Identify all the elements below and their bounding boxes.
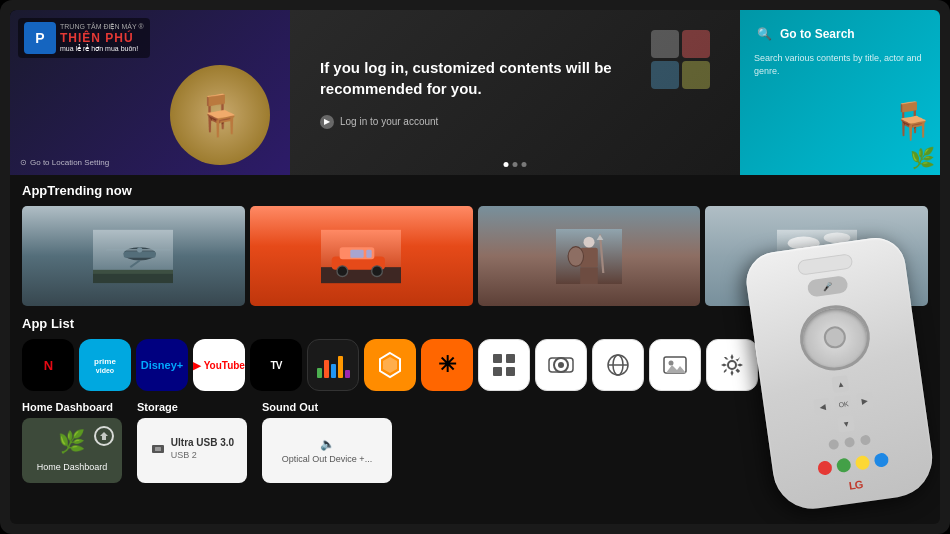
search-icon: 🔍 [754, 24, 774, 44]
remote-back-button[interactable] [828, 439, 839, 450]
usb-icon [150, 441, 166, 457]
appletv-label: TV [271, 360, 282, 371]
trending-img-warrior [478, 206, 701, 306]
svg-rect-22 [580, 267, 598, 284]
dot-2[interactable] [513, 162, 518, 167]
app-grid[interactable] [478, 339, 530, 391]
remote-blue-button[interactable] [873, 452, 889, 468]
app-globe[interactable] [592, 339, 644, 391]
logo-icon: P [24, 22, 56, 54]
svg-point-17 [583, 236, 594, 247]
app-camera[interactable] [535, 339, 587, 391]
disney-label: Disney+ [141, 359, 184, 371]
svg-point-19 [568, 246, 583, 266]
mini-chart [317, 352, 350, 378]
app-apple-tv[interactable]: TV [250, 339, 302, 391]
svg-point-39 [558, 362, 564, 368]
storage-section: Storage Ultra USB 3.0 USB 2 [137, 401, 247, 483]
remote-lg-logo: LG [848, 478, 863, 492]
grid-icon [491, 352, 517, 378]
app-star[interactable]: ✳ [421, 339, 473, 391]
remote-menu-button[interactable] [860, 434, 871, 445]
prime-sublabel: video [96, 367, 114, 374]
trending-img-car [250, 206, 473, 306]
app-youtube[interactable]: ▶ YouTube [193, 339, 245, 391]
login-label: Log in to your account [340, 116, 438, 127]
app-netflix[interactable]: N [22, 339, 74, 391]
svg-rect-49 [155, 447, 161, 451]
remote-nav-down[interactable]: ▼ [837, 415, 855, 433]
sound-section: Sound Out 🔈 Optical Out Device +... [262, 401, 392, 483]
trending-img-helicopter [22, 206, 245, 306]
svg-marker-33 [383, 357, 397, 373]
carousel-dots [504, 162, 527, 167]
dot-3[interactable] [522, 162, 527, 167]
trending-item-2[interactable] [250, 206, 473, 306]
svg-rect-15 [366, 249, 371, 257]
dot-1[interactable] [504, 162, 509, 167]
trending-item-3[interactable] [478, 206, 701, 306]
remote-scroll-wheel[interactable] [796, 300, 874, 374]
youtube-label: ▶ YouTube [193, 360, 245, 371]
hero-right-decor: 🪑 🌿 [890, 100, 935, 170]
search-title: Go to Search [780, 27, 855, 41]
home-dashboard-card[interactable]: 🌿 Home Dashboard [22, 418, 122, 483]
remote-nav-placeholder3 [816, 418, 834, 436]
home-dashboard-section-label: Home Dashboard [22, 401, 122, 413]
login-button[interactable]: ▶ Log in to your account [320, 115, 710, 129]
decor-plant-icon: 🌿 [910, 146, 935, 170]
app-chart[interactable] [307, 339, 359, 391]
brand-title: THIÊN PHÚ [60, 31, 144, 45]
svg-rect-7 [93, 269, 173, 273]
location-setting[interactable]: ⊙ Go to Location Setting [20, 158, 109, 167]
brand-subtitle: TRUNG TÂM ĐIỆN MÁY ® [60, 23, 144, 31]
storage-port: USB 2 [171, 450, 234, 460]
trending-item-1[interactable] [22, 206, 245, 306]
hero-center-panel: If you log in, customized contents will … [290, 10, 740, 175]
remote-nav-up[interactable]: ▲ [832, 375, 850, 393]
remote-center-button[interactable] [822, 325, 847, 350]
remote-mic-icon: 🎤 [822, 281, 833, 291]
tv-screen: P TRUNG TÂM ĐIỆN MÁY ® THIÊN PHÚ mua lẻ … [10, 10, 940, 524]
location-label: Go to Location Setting [30, 158, 109, 167]
hexagon-icon [376, 351, 404, 379]
app-disney-plus[interactable]: Disney+ [136, 339, 188, 391]
remote-nav-placeholder [811, 378, 829, 396]
camera-icon [548, 352, 574, 378]
sound-section-label: Sound Out [262, 401, 392, 413]
remote-red-button[interactable] [817, 460, 833, 476]
netflix-label: N [44, 358, 52, 373]
globe-icon [605, 352, 631, 378]
svg-point-45 [669, 361, 674, 366]
svg-point-12 [337, 265, 348, 276]
remote-yellow-button[interactable] [854, 455, 870, 471]
decor-chair-icon: 🪑 [890, 100, 935, 142]
hero-right-panel[interactable]: 🔍 Go to Search Search various contents b… [740, 10, 940, 175]
remote-home-button[interactable] [844, 437, 855, 448]
chair-icon: 🪑 [195, 92, 245, 139]
home-circle-icon [94, 426, 114, 446]
sound-card[interactable]: 🔈 Optical Out Device +... [262, 418, 392, 483]
remote-nav-ok[interactable]: OK [834, 395, 852, 413]
home-inner-icon [99, 431, 109, 441]
app-hexagon[interactable] [364, 339, 416, 391]
location-icon: ⊙ [20, 158, 27, 167]
settings-icon [719, 352, 745, 378]
app-prime-video[interactable]: prime video [79, 339, 131, 391]
brand-logo: P TRUNG TÂM ĐIỆN MÁY ® THIÊN PHÚ mua lẻ … [18, 18, 150, 58]
home-dashboard-card-label: Home Dashboard [37, 462, 108, 472]
search-description: Search various contents by title, actor … [754, 52, 926, 77]
remote-nav-right[interactable]: ▶ [856, 392, 874, 410]
app-settings[interactable] [706, 339, 758, 391]
remote-power-button[interactable] [796, 253, 853, 275]
app-photo[interactable] [649, 339, 701, 391]
bar-3 [331, 364, 336, 378]
remote-nav-left[interactable]: ◀ [813, 398, 831, 416]
storage-card[interactable]: Ultra USB 3.0 USB 2 [137, 418, 247, 483]
logo-text: TRUNG TÂM ĐIỆN MÁY ® THIÊN PHÚ mua lẻ rẻ… [60, 23, 144, 53]
remote-mic-button[interactable]: 🎤 [807, 275, 849, 297]
search-header: 🔍 Go to Search [754, 24, 926, 44]
remote-nav-placeholder4 [858, 412, 876, 430]
bar-4 [338, 356, 343, 378]
remote-green-button[interactable] [835, 458, 851, 474]
